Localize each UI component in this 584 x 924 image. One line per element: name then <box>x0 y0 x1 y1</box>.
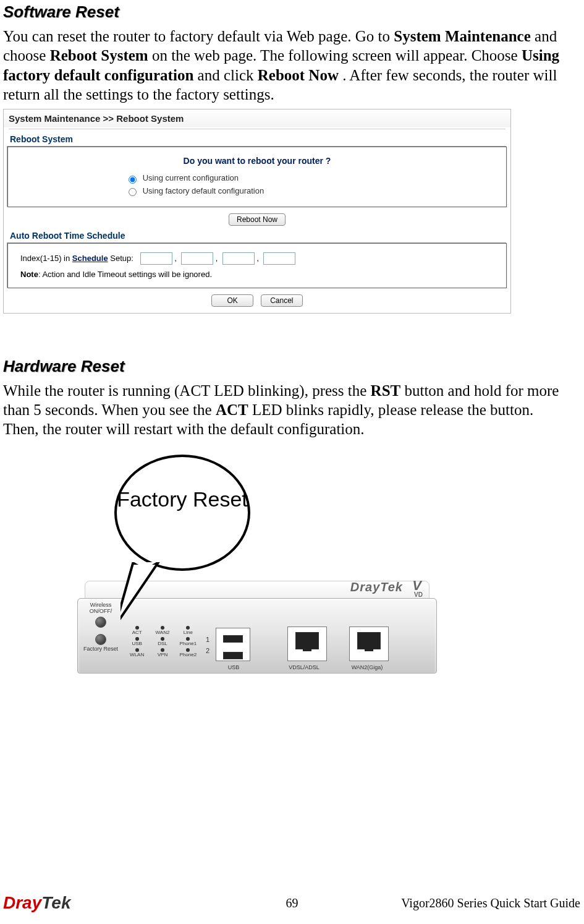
radio-factory-config[interactable] <box>129 188 137 196</box>
radio-option-factory[interactable]: Using factory default configuration <box>125 185 500 198</box>
cancel-button[interactable]: Cancel <box>261 294 303 307</box>
led-vpn: VPN <box>158 652 167 657</box>
wireless-onoff-button-icon <box>95 617 106 628</box>
vdsl-port-label: VDSL/ADSL <box>282 664 326 670</box>
para-hardware-reset: While the router is running (ACT LED bli… <box>3 381 569 439</box>
ok-button[interactable]: OK <box>211 294 253 307</box>
text-bold: System Maintenance <box>394 28 531 45</box>
factory-reset-button-icon <box>95 634 106 645</box>
factory-reset-label: Factory Reset <box>82 646 119 652</box>
radio-current-config[interactable] <box>129 176 137 184</box>
schedule-input-4[interactable] <box>263 252 295 265</box>
usb-port-icon <box>223 652 243 659</box>
port-num-1: 1 <box>206 635 213 646</box>
vdsl-port-block <box>287 627 327 661</box>
text: on the web page. The following screen wi… <box>152 47 522 64</box>
led-line: Line <box>184 630 193 635</box>
schedule-note: Note: Action and Idle Timeout settings w… <box>20 270 500 279</box>
brand-text: DrayTek <box>350 580 403 594</box>
note-text: : Action and Idle Timeout settings will … <box>38 270 212 279</box>
callout-text: Factory Reset <box>117 487 248 511</box>
heading-software-reset: Software Reset <box>3 2 569 22</box>
text-bold: ACT <box>216 401 248 418</box>
para-software-reset: You can reset the router to factory defa… <box>3 27 569 104</box>
heading-hardware-reset: Hardware Reset <box>3 357 569 376</box>
led-dsl: DSL <box>158 641 167 646</box>
subheader-reboot-system: Reboot System <box>10 134 504 144</box>
reboot-question: Do you want to reboot your router ? <box>14 156 500 166</box>
schedule-input-3[interactable] <box>222 252 255 265</box>
rj-port-icon <box>357 632 381 649</box>
schedule-input-2[interactable] <box>181 252 213 265</box>
led-phone1: Phone1 <box>180 641 197 646</box>
schedule-suffix: Setup: <box>110 254 133 263</box>
port-num-2: 2 <box>206 646 213 657</box>
schedule-input-1[interactable] <box>140 252 172 265</box>
svg-marker-0 <box>121 563 158 625</box>
radio-option-current[interactable]: Using current configuration <box>125 172 500 185</box>
hardware-illustration: DrayTek V VD Wireless ON/OFF/ Factory Re… <box>53 451 448 680</box>
doc-title: Vigor2860 Series Quick Start Guide <box>401 896 580 910</box>
radio-current-label: Using current configuration <box>143 173 239 182</box>
text: and click <box>198 67 258 83</box>
schedule-row: Index(1-15) in Schedule Setup: , , , <box>20 252 500 265</box>
panel-schedule: Index(1-15) in Schedule Setup: , , , Not… <box>7 243 507 288</box>
brand-vd: VD <box>414 591 423 598</box>
led-usb: USB <box>132 641 142 646</box>
schedule-prefix: Index(1-15) in <box>20 254 72 263</box>
subheader-auto-reboot: Auto Reboot Time Schedule <box>10 231 504 241</box>
note-label: Note <box>20 270 38 279</box>
usb-port-label: USB <box>219 664 248 670</box>
page-footer: DrayTek 69 Vigor2860 Series Quick Start … <box>0 889 584 913</box>
led-phone2: Phone2 <box>180 652 197 657</box>
reboot-now-button[interactable]: Reboot Now <box>229 213 286 226</box>
router-ui-screenshot: System Maintenance >> Reboot System Rebo… <box>3 109 511 314</box>
panel-reboot: Do you want to reboot your router ? Usin… <box>7 147 507 207</box>
device-brand: DrayTek V VD <box>350 578 403 595</box>
text-bold: RST <box>371 382 401 399</box>
radio-factory-label: Using factory default configuration <box>143 186 264 195</box>
wan2-port-block <box>349 627 389 661</box>
usb-port-numbers: 1 2 <box>206 635 213 656</box>
callout-bubble: Factory Reset <box>114 455 250 571</box>
text-bold: Reboot Now <box>258 67 339 83</box>
wireless-onoff-label: Wireless ON/OFF/ <box>82 602 119 615</box>
text-bold: Reboot System <box>50 47 148 64</box>
usb-port-block <box>216 628 250 661</box>
led-wlan: WLAN <box>130 652 144 657</box>
wan2-port-label: WAN2(Giga) <box>345 664 389 670</box>
text: While the router is running (ACT LED bli… <box>3 382 371 399</box>
schedule-link[interactable]: Schedule <box>72 254 108 263</box>
text: You can reset the router to factory defa… <box>3 28 394 45</box>
usb-port-icon <box>223 635 243 643</box>
breadcrumb: System Maintenance >> Reboot System <box>4 109 510 127</box>
side-buttons: Wireless ON/OFF/ Factory Reset <box>82 602 119 656</box>
rj-port-icon <box>295 632 319 649</box>
divider <box>9 129 506 129</box>
